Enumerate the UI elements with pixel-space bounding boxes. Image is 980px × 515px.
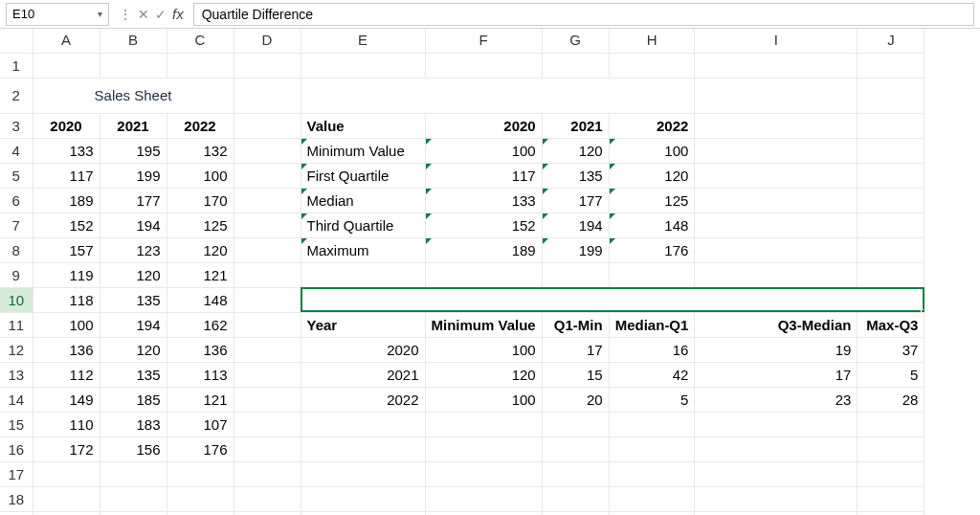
empty-cell[interactable] xyxy=(858,412,924,437)
row-header-18[interactable]: 18 xyxy=(0,486,33,511)
empty-cell[interactable] xyxy=(858,113,924,138)
empty-cell[interactable] xyxy=(301,412,425,437)
qd-value[interactable]: 15 xyxy=(542,362,609,387)
sales-cell[interactable]: 132 xyxy=(167,138,234,163)
empty-cell[interactable] xyxy=(234,387,301,412)
empty-cell[interactable] xyxy=(542,412,609,437)
qc-value[interactable]: 189 xyxy=(425,237,542,262)
sales-cell[interactable]: 135 xyxy=(100,362,167,387)
empty-cell[interactable] xyxy=(234,138,301,163)
fx-icon[interactable]: fx xyxy=(172,6,184,22)
empty-cell[interactable] xyxy=(301,53,425,78)
empty-cell[interactable] xyxy=(695,113,858,138)
sales-cell[interactable]: 183 xyxy=(100,412,167,437)
empty-cell[interactable] xyxy=(858,188,924,213)
empty-cell[interactable] xyxy=(234,213,301,237)
row-header-10[interactable]: 10 xyxy=(0,287,33,312)
sales-cell[interactable]: 123 xyxy=(100,237,167,262)
qc-value[interactable]: 152 xyxy=(425,213,542,237)
empty-cell[interactable] xyxy=(234,412,301,437)
empty-cell[interactable] xyxy=(609,262,695,287)
empty-cell[interactable] xyxy=(542,486,609,511)
sales-cell[interactable]: 195 xyxy=(100,138,167,163)
empty-cell[interactable] xyxy=(695,138,858,163)
empty-cell[interactable] xyxy=(695,53,858,78)
sales-cell[interactable]: 120 xyxy=(100,262,167,287)
empty-cell[interactable] xyxy=(609,486,695,511)
sales-cell[interactable]: 121 xyxy=(167,387,234,412)
col-header-D[interactable]: D xyxy=(234,29,301,53)
sales-cell[interactable]: 194 xyxy=(100,213,167,237)
col-header-A[interactable]: A xyxy=(33,29,100,53)
qc-value[interactable]: 120 xyxy=(609,163,695,188)
empty-cell[interactable] xyxy=(858,163,924,188)
row-header-15[interactable]: 15 xyxy=(0,412,33,437)
empty-cell[interactable] xyxy=(695,213,858,237)
empty-cell[interactable] xyxy=(695,412,858,437)
sales-cell[interactable]: 162 xyxy=(167,312,234,337)
qd-value[interactable]: 37 xyxy=(858,337,924,362)
empty-cell[interactable] xyxy=(33,53,100,78)
empty-cell[interactable] xyxy=(425,437,542,461)
empty-cell[interactable] xyxy=(234,262,301,287)
row-header-1[interactable]: 1 xyxy=(0,53,33,78)
empty-cell[interactable] xyxy=(301,461,425,486)
qd-value[interactable]: 20 xyxy=(542,387,609,412)
empty-cell[interactable] xyxy=(542,262,609,287)
sales-cell[interactable]: 149 xyxy=(33,387,100,412)
empty-cell[interactable] xyxy=(301,262,425,287)
sales-cell[interactable]: 119 xyxy=(33,262,100,287)
row-header-14[interactable]: 14 xyxy=(0,387,33,412)
confirm-icon[interactable]: ✓ xyxy=(155,7,167,22)
sales-cell[interactable]: 185 xyxy=(100,387,167,412)
sales-cell[interactable]: 117 xyxy=(33,163,100,188)
sales-cell[interactable]: 170 xyxy=(167,188,234,213)
empty-cell[interactable] xyxy=(609,511,695,515)
empty-cell[interactable] xyxy=(425,412,542,437)
empty-cell[interactable] xyxy=(234,287,301,312)
row-header-17[interactable]: 17 xyxy=(0,461,33,486)
empty-cell[interactable] xyxy=(858,53,924,78)
qd-value[interactable]: 5 xyxy=(609,387,695,412)
empty-cell[interactable] xyxy=(542,437,609,461)
sales-cell[interactable]: 135 xyxy=(100,287,167,312)
sales-cell[interactable]: 133 xyxy=(33,138,100,163)
qd-value[interactable]: 42 xyxy=(609,362,695,387)
empty-cell[interactable] xyxy=(234,188,301,213)
sales-cell[interactable]: 194 xyxy=(100,312,167,337)
col-header-F[interactable]: F xyxy=(425,29,542,53)
empty-cell[interactable] xyxy=(301,437,425,461)
qc-value[interactable]: 100 xyxy=(609,138,695,163)
empty-cell[interactable] xyxy=(858,237,924,262)
empty-cell[interactable] xyxy=(858,437,924,461)
row-header-11[interactable]: 11 xyxy=(0,312,33,337)
empty-cell[interactable] xyxy=(234,163,301,188)
empty-cell[interactable] xyxy=(858,138,924,163)
row-header-9[interactable]: 9 xyxy=(0,262,33,287)
empty-cell[interactable] xyxy=(234,362,301,387)
row-header-4[interactable]: 4 xyxy=(0,138,33,163)
empty-cell[interactable] xyxy=(100,486,167,511)
sales-cell[interactable]: 110 xyxy=(33,412,100,437)
col-header-B[interactable]: B xyxy=(100,29,167,53)
empty-cell[interactable] xyxy=(100,511,167,515)
row-header-6[interactable]: 6 xyxy=(0,188,33,213)
empty-cell[interactable] xyxy=(858,461,924,486)
empty-cell[interactable] xyxy=(234,78,301,113)
empty-cell[interactable] xyxy=(234,486,301,511)
sales-cell[interactable]: 118 xyxy=(33,287,100,312)
empty-cell[interactable] xyxy=(609,461,695,486)
qc-value[interactable]: 135 xyxy=(542,163,609,188)
more-icon[interactable]: ⋮ xyxy=(119,7,132,22)
empty-cell[interactable] xyxy=(609,53,695,78)
empty-cell[interactable] xyxy=(167,53,234,78)
row-header-12[interactable]: 12 xyxy=(0,337,33,362)
empty-cell[interactable] xyxy=(542,511,609,515)
sales-cell[interactable]: 157 xyxy=(33,237,100,262)
empty-cell[interactable] xyxy=(695,78,858,113)
col-header-G[interactable]: G xyxy=(542,29,609,53)
empty-cell[interactable] xyxy=(858,78,924,113)
qd-value[interactable]: 16 xyxy=(609,337,695,362)
empty-cell[interactable] xyxy=(33,486,100,511)
empty-cell[interactable] xyxy=(234,312,301,337)
